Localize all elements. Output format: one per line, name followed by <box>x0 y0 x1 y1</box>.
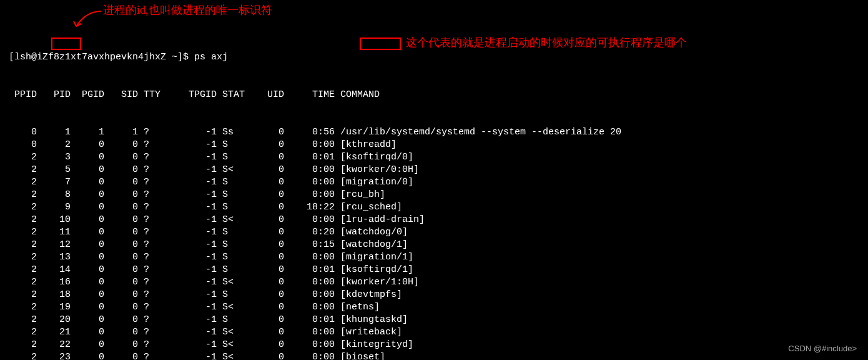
table-row: 2300 ?-1 S00:01[ksoftirqd/0] <box>9 151 621 164</box>
table-row: 0111 ?-1 Ss00:56/usr/lib/systemd/systemd… <box>9 126 621 139</box>
table-row: 21600 ?-1 S<00:00[kworker/1:0H] <box>9 276 621 289</box>
table-row: 22100 ?-1 S<00:00[writeback] <box>9 326 621 339</box>
table-row: 21000 ?-1 S<00:00[lru-add-drain] <box>9 214 621 226</box>
table-row: 22200 ?-1 S<00:00[kintegrityd] <box>9 339 621 351</box>
table-row: 2700 ?-1 S00:00[migration/0] <box>9 176 621 189</box>
table-row: 21800 ?-1 S00:00[kdevtmpfs] <box>9 289 621 301</box>
table-row: 2900 ?-1 S018:22[rcu_sched] <box>9 201 621 214</box>
prompt-line: [lsh@iZf8z1xt7avxhpevkn4jhxZ ~]$ ps axj <box>9 51 621 64</box>
table-row: 0200 ?-1 S00:00[kthreadd] <box>9 139 621 151</box>
annotation-pid: 进程的id,也叫做进程的唯一标识符 <box>103 4 272 16</box>
table-row: 21400 ?-1 S00:01[ksoftirqd/1] <box>9 264 621 276</box>
table-row: 2500 ?-1 S<00:00[kworker/0:0H] <box>9 164 621 176</box>
table-header: PPIDPIDPGIDSID TTYTPGID STATUIDTIMECOMMA… <box>9 89 621 101</box>
table-row: 21900 ?-1 S<00:00[netns] <box>9 301 621 314</box>
watermark: CSDN @#include> <box>788 342 857 355</box>
table-row: 21200 ?-1 S00:15[watchdog/1] <box>9 239 621 251</box>
table-row: 21100 ?-1 S00:20[watchdog/0] <box>9 226 621 239</box>
table-row: 2800 ?-1 S00:00[rcu_bh] <box>9 189 621 201</box>
table-row: 22000 ?-1 S00:01[khungtaskd] <box>9 314 621 326</box>
table-row: 21300 ?-1 S00:00[migration/1] <box>9 251 621 264</box>
table-row: 22300 ?-1 S<00:00[bioset] <box>9 351 621 360</box>
terminal-output: [lsh@iZf8z1xt7avxhpevkn4jhxZ ~]$ ps axj … <box>9 26 621 360</box>
